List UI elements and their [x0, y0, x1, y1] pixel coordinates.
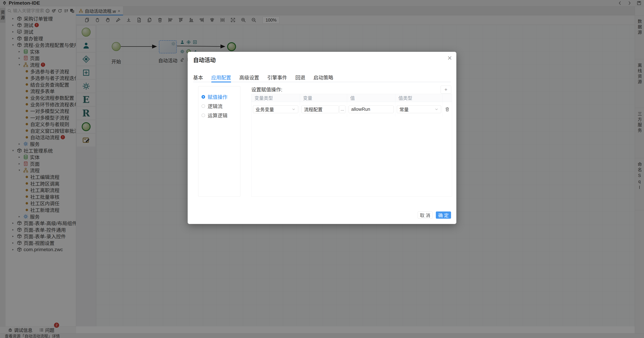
- value-type-select[interactable]: 常量: [397, 106, 441, 113]
- app-window: Primeton-IDE 资源 AIEn ▸采购订单管理▸测试!▸测试▸督办管理…: [0, 0, 644, 338]
- option-label: 运算逻辑: [208, 112, 228, 119]
- dialog-tab[interactable]: 应用配置: [211, 74, 231, 82]
- dialog-tabs: 基本应用配置高级设置引擎事件回退启动策略: [193, 74, 333, 82]
- add-row-button[interactable]: +: [440, 86, 451, 94]
- chevron-down-icon: [292, 107, 296, 111]
- table-row: 业务变量 ... 常量: [252, 102, 452, 116]
- dialog-tab[interactable]: 启动策略: [314, 74, 333, 82]
- var-type-select[interactable]: 业务变量: [253, 106, 298, 113]
- option-row[interactable]: 运算逻辑: [202, 110, 240, 120]
- dialog-title: 自动活动: [193, 56, 216, 64]
- auto-activity-dialog: 自动活动 × 基本应用配置高级设置引擎事件回退启动策略 赋值操作逻辑流运算逻辑 …: [188, 52, 456, 224]
- dialog-tab[interactable]: 基本: [193, 74, 203, 82]
- value-input[interactable]: [349, 106, 394, 113]
- dialog-tab[interactable]: 引擎事件: [267, 74, 287, 82]
- radio-icon: [202, 104, 205, 108]
- cancel-button[interactable]: 取消: [418, 212, 432, 219]
- more-button[interactable]: ...: [339, 106, 346, 113]
- var-type-value: 业务变量: [256, 106, 292, 113]
- value-type-value: 常量: [400, 106, 434, 113]
- radio-icon: [202, 114, 205, 117]
- ok-button[interactable]: 确定: [436, 212, 451, 219]
- dialog-tab[interactable]: 回退: [295, 74, 305, 82]
- delete-row-icon[interactable]: [445, 107, 450, 112]
- assignment-table: 变量类型变量值值类型 业务变量 ... 常量: [251, 94, 452, 196]
- operation-type-panel: 赋值操作逻辑流运算逻辑: [198, 86, 240, 196]
- section-label: 设置赋值操作:: [251, 86, 282, 94]
- table-header-cell: 值: [347, 94, 395, 102]
- table-header-cell: 变量类型: [252, 94, 300, 102]
- option-label: 逻辑流: [208, 102, 222, 110]
- dialog-tab[interactable]: 高级设置: [239, 74, 259, 82]
- chevron-down-icon: [434, 107, 438, 111]
- option-label: 赋值操作: [208, 93, 228, 100]
- radio-icon: [202, 95, 205, 99]
- table-header-cell: 变量: [300, 94, 347, 102]
- close-icon[interactable]: ×: [448, 54, 452, 62]
- tabs-underline: [193, 82, 451, 82]
- table-header-cell: 值类型: [395, 94, 443, 102]
- option-row[interactable]: 逻辑流: [202, 102, 240, 110]
- table-header-cell: [443, 94, 452, 102]
- variable-input[interactable]: [302, 106, 338, 113]
- option-row[interactable]: 赋值操作: [202, 92, 240, 102]
- table-header-row: 变量类型变量值值类型: [252, 94, 452, 102]
